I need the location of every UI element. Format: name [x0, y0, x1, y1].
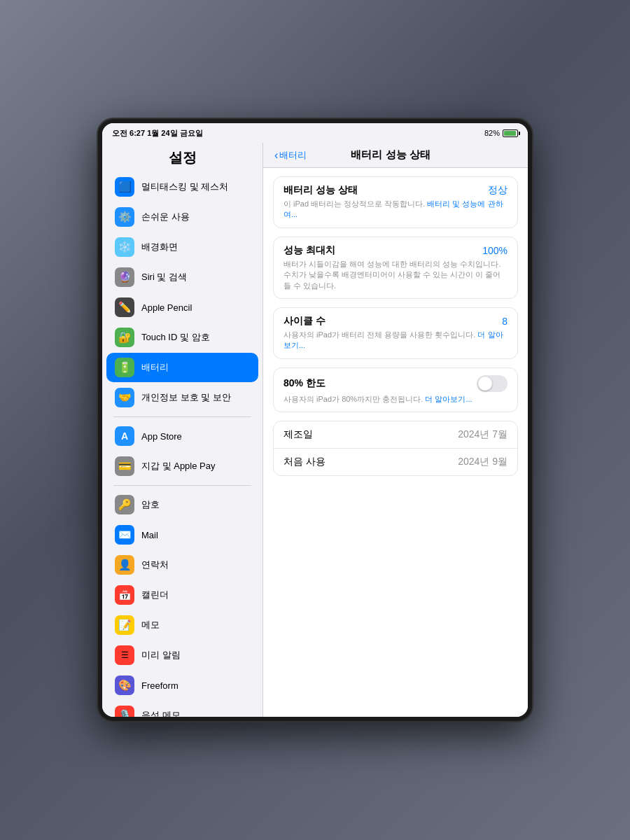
- sidebar-item-calendar[interactable]: 📅 캘린더: [106, 580, 258, 610]
- sidebar-item-voice-memos[interactable]: 🎙️ 음성 메모: [106, 701, 258, 717]
- first-use-label: 처음 사용: [284, 456, 326, 468]
- limit-desc: 사용자의 iPad가 80%까지만 충전됩니다. 더 알아보기...: [284, 394, 507, 405]
- sidebar-label-reminders: 미리 알림: [141, 649, 181, 662]
- cycle-row: 사이클 수 8 사용자의 iPad가 배터리 전체 용량을 사용한 횟수입니다.…: [274, 308, 517, 358]
- info-row-first-use: 처음 사용 2024년 9월: [274, 449, 517, 475]
- health-value: 정상: [488, 184, 507, 197]
- limit-title: 80% 한도: [284, 377, 326, 390]
- battery-health-card: 배터리 성능 상태 정상 이 iPad 배터리는 정상적으로 작동합니다. 배터…: [273, 176, 518, 228]
- info-row-manufacture: 제조일 2024년 7월: [274, 421, 517, 449]
- limit-card: 80% 한도 사용자의 iPad가 80%까지만 충전됩니다. 더 알아보기..…: [273, 368, 518, 412]
- cycle-row-header: 사이클 수 8: [284, 315, 507, 328]
- accessibility-icon: ⚙️: [115, 207, 134, 227]
- sidebar-section-settings: 🟦 멀티태스킹 및 제스처 ⚙️ 손쉬운 사용 ❄️ 배경화면 🔮 Siri 및…: [102, 172, 262, 412]
- calendar-icon: 📅: [115, 585, 134, 605]
- sidebar-item-wallpaper[interactable]: ❄️ 배경화면: [106, 232, 258, 262]
- first-use-value: 2024년 9월: [458, 456, 507, 468]
- sidebar-item-wallet[interactable]: 💳 지갑 및 Apple Pay: [106, 451, 258, 481]
- ipad-screen: 오전 6:27 1월 24일 금요일 82% 설정 🟦 멀티태스킹 및 제스처: [102, 123, 528, 717]
- sidebar-label-voice-memos: 음성 메모: [141, 709, 181, 717]
- back-label: 배터리: [279, 149, 307, 162]
- cycle-link[interactable]: 더 알아보기...: [284, 330, 503, 349]
- privacy-icon: 🤝: [115, 388, 134, 407]
- passwords-icon: 🔑: [115, 495, 134, 514]
- voice-memos-icon: 🎙️: [115, 706, 134, 717]
- sidebar-item-passwords[interactable]: 🔑 암호: [106, 490, 258, 519]
- notes-icon: 📝: [115, 615, 134, 635]
- sidebar-label-freeform: Freeform: [141, 680, 178, 691]
- sidebar-item-contacts[interactable]: 👤 연락처: [106, 550, 258, 580]
- contacts-icon: 👤: [115, 555, 134, 575]
- battery-percent: 82%: [484, 129, 500, 137]
- sidebar-section-bottom: 🔑 암호 ✉️ Mail 👤 연락처 📅 캘린더: [102, 490, 262, 717]
- cycle-title: 사이클 수: [284, 315, 326, 328]
- sidebar-label-accessibility: 손쉬운 사용: [141, 211, 190, 223]
- health-title: 배터리 성능 상태: [284, 184, 358, 197]
- health-link[interactable]: 배터리 및 성능에 관하여...: [284, 200, 503, 218]
- sidebar-item-mail[interactable]: ✉️ Mail: [106, 520, 258, 550]
- sidebar-label-apple-pencil: Apple Pencil: [141, 302, 192, 313]
- sidebar-item-siri[interactable]: 🔮 Siri 및 검색: [106, 262, 258, 292]
- cycle-value: 8: [502, 316, 507, 327]
- content-area: 설정 🟦 멀티태스킹 및 제스처 ⚙️ 손쉬운 사용 ❄️ 배경화면: [102, 143, 528, 717]
- divider-1: [113, 416, 251, 417]
- touch-id-icon: 🔐: [115, 328, 134, 347]
- capacity-value: 100%: [482, 245, 507, 256]
- capacity-row-header: 성능 최대치 100%: [284, 244, 507, 257]
- detail-panel: ‹ 배터리 배터리 성능 상태 배터리 성능 상태 정상 이 iPad: [263, 143, 528, 717]
- capacity-title: 성능 최대치: [284, 244, 335, 257]
- sidebar-label-multitasking: 멀티태스킹 및 제스처: [141, 181, 228, 193]
- divider-2: [113, 485, 251, 486]
- appstore-icon: A: [115, 426, 134, 446]
- reminders-icon: ☰: [115, 645, 134, 665]
- sidebar-item-accessibility[interactable]: ⚙️ 손쉬운 사용: [106, 202, 258, 232]
- sidebar-item-touch-id[interactable]: 🔐 Touch ID 및 암호: [106, 323, 258, 352]
- bottom-spacer: [263, 476, 528, 497]
- detail-title: 배터리 성능 상태: [307, 148, 475, 162]
- sidebar-label-passwords: 암호: [141, 498, 160, 511]
- health-desc: 이 iPad 배터리는 정상적으로 작동합니다. 배터리 및 성능에 관하여..…: [284, 199, 507, 220]
- limit-link[interactable]: 더 알아보기...: [425, 395, 472, 403]
- siri-icon: 🔮: [115, 267, 134, 287]
- sidebar-label-mail: Mail: [141, 530, 158, 540]
- manufacture-label: 제조일: [284, 428, 313, 441]
- ipad-device: 오전 6:27 1월 24일 금요일 82% 설정 🟦 멀티태스킹 및 제스처: [98, 119, 532, 721]
- capacity-desc: 배터가 시들이감을 해여 성능에 대한 배터리의 성능 수치입니다. 수치가 낮…: [284, 259, 507, 291]
- wallet-icon: 💳: [115, 456, 134, 476]
- mail-icon: ✉️: [115, 525, 134, 545]
- sidebar-label-appstore: App Store: [141, 431, 182, 442]
- back-chevron-icon: ‹: [274, 149, 278, 162]
- health-row-header: 배터리 성능 상태 정상: [284, 184, 507, 197]
- limit-row: 80% 한도 사용자의 iPad가 80%까지만 충전됩니다. 더 알아보기..…: [274, 368, 517, 412]
- sidebar-label-notes: 메모: [141, 619, 160, 631]
- sidebar-title: 설정: [102, 143, 262, 172]
- sidebar-item-reminders[interactable]: ☰ 미리 알림: [106, 640, 258, 670]
- status-bar: 오전 6:27 1월 24일 금요일 82%: [102, 123, 528, 143]
- toggle-knob: [478, 377, 492, 391]
- sidebar-section-apps: A App Store 💳 지갑 및 Apple Pay: [102, 421, 262, 481]
- cycle-count-card: 사이클 수 8 사용자의 iPad가 배터리 전체 용량을 사용한 횟수입니다.…: [273, 307, 518, 359]
- wallpaper-icon: ❄️: [115, 237, 134, 257]
- cycle-desc: 사용자의 iPad가 배터리 전체 용량을 사용한 횟수입니다. 더 알아보기.…: [284, 330, 507, 351]
- sidebar-item-multitasking[interactable]: 🟦 멀티태스킹 및 제스처: [106, 172, 258, 202]
- status-time: 오전 6:27 1월 24일 금요일: [112, 128, 203, 139]
- sidebar-label-calendar: 캘린더: [141, 589, 169, 601]
- sidebar-label-touch-id: Touch ID 및 암호: [141, 331, 210, 344]
- sidebar-label-wallet: 지갑 및 Apple Pay: [141, 460, 216, 472]
- sidebar-item-privacy[interactable]: 🤝 개인정보 보호 및 보안: [106, 383, 258, 412]
- sidebar-item-freeform[interactable]: 🎨 Freeform: [106, 671, 258, 700]
- sidebar-item-appstore[interactable]: A App Store: [106, 421, 258, 451]
- sidebar-item-notes[interactable]: 📝 메모: [106, 610, 258, 640]
- sidebar-label-contacts: 연락처: [141, 559, 169, 571]
- sidebar-label-privacy: 개인정보 보호 및 보안: [141, 391, 231, 404]
- sidebar-item-battery[interactable]: 🔋 배터리: [106, 353, 258, 382]
- back-button[interactable]: ‹ 배터리: [274, 149, 307, 162]
- multitasking-icon: 🟦: [115, 177, 134, 197]
- sidebar-label-battery: 배터리: [141, 361, 169, 374]
- sidebar-label-siri: Siri 및 검색: [141, 271, 187, 284]
- limit-toggle[interactable]: [477, 375, 507, 392]
- battery-fill: [504, 131, 516, 136]
- sidebar-label-wallpaper: 배경화면: [141, 241, 178, 253]
- sidebar: 설정 🟦 멀티태스킹 및 제스처 ⚙️ 손쉬운 사용 ❄️ 배경화면: [102, 143, 263, 717]
- sidebar-item-apple-pencil[interactable]: ✏️ Apple Pencil: [106, 293, 258, 322]
